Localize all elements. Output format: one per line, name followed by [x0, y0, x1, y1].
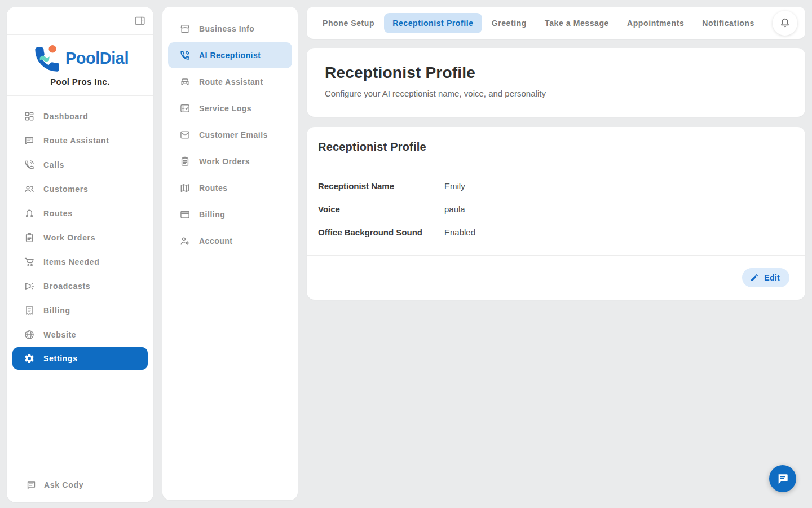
cart-icon	[24, 256, 35, 268]
sidebar-item-label: Route Assistant	[43, 136, 109, 145]
field-value: Enabled	[444, 227, 475, 237]
field-row-office-background-sound: Office Background Sound Enabled	[318, 221, 794, 244]
settings-nav-label: Route Assistant	[199, 77, 263, 86]
sidebar-item-label: Billing	[43, 306, 70, 315]
field-value: Emily	[444, 181, 465, 191]
chat-icon	[26, 480, 37, 491]
edit-button-label: Edit	[764, 273, 780, 282]
settings-nav-label: Customer Emails	[199, 130, 268, 139]
sidebar-item-items-needed[interactable]: Items Needed	[12, 249, 148, 274]
sidebar-item-label: Broadcasts	[43, 282, 90, 291]
company-name: Pool Pros Inc.	[7, 77, 153, 86]
globe-icon	[24, 329, 35, 340]
field-label: Receptionist Name	[318, 181, 444, 191]
tab-notifications[interactable]: Notifications	[694, 13, 763, 33]
field-value: paula	[444, 204, 465, 214]
storefront-icon	[179, 23, 191, 34]
chat-bubble-icon	[776, 472, 789, 485]
sidebar-item-label: Calls	[43, 160, 64, 169]
credit-card-icon	[179, 209, 191, 220]
main-sidebar: PoolDial Pool Pros Inc. Dashboard Route …	[7, 7, 153, 502]
phone-icon	[179, 50, 191, 61]
field-label: Voice	[318, 204, 444, 214]
clipboard-icon	[179, 156, 191, 167]
sidebar-item-label: Settings	[43, 354, 78, 363]
route-icon	[24, 208, 35, 219]
sidebar-item-route-assistant[interactable]: Route Assistant	[12, 128, 148, 152]
sidebar-item-label: Work Orders	[43, 233, 95, 242]
ask-cody-button[interactable]: Ask Cody	[7, 467, 153, 502]
settings-nav-label: Account	[199, 237, 233, 246]
sidebar-item-settings[interactable]: Settings	[12, 347, 148, 370]
field-label: Office Background Sound	[318, 227, 444, 237]
sidebar-item-work-orders[interactable]: Work Orders	[12, 225, 148, 249]
panel-collapse-icon[interactable]	[134, 15, 146, 27]
settings-nav-route-assistant[interactable]: Route Assistant	[168, 69, 292, 95]
field-row-voice: Voice paula	[318, 198, 794, 221]
settings-nav-service-logs[interactable]: Service Logs	[168, 95, 292, 121]
sidebar-item-label: Website	[43, 330, 76, 339]
megaphone-icon	[24, 281, 35, 292]
account-gear-icon	[179, 235, 191, 247]
pooldial-phone-logo-icon	[32, 43, 62, 73]
settings-nav-label: Business Info	[199, 24, 254, 33]
field-row-receptionist-name: Receptionist Name Emily	[318, 174, 794, 198]
sidebar-nav: Dashboard Route Assistant Calls Customer…	[7, 96, 153, 371]
sidebar-item-label: Dashboard	[43, 112, 88, 121]
tab-bar: Phone Setup Receptionist Profile Greetin…	[307, 7, 805, 39]
settings-nav-routes[interactable]: Routes	[168, 175, 292, 201]
notifications-bell-button[interactable]	[773, 11, 797, 36]
settings-nav-label: Billing	[199, 210, 225, 219]
chat-icon	[24, 135, 35, 146]
ask-cody-label: Ask Cody	[44, 480, 83, 489]
sidebar-item-label: Routes	[43, 209, 73, 218]
settings-nav-account[interactable]: Account	[168, 228, 292, 254]
page-intro-card: Receptionist Profile Configure your AI r…	[307, 48, 805, 117]
settings-nav-business-info[interactable]: Business Info	[168, 16, 292, 42]
sidebar-item-website[interactable]: Website	[12, 322, 148, 347]
settings-nav-ai-receptionist[interactable]: AI Receptionist	[168, 42, 292, 68]
service-logs-icon	[179, 103, 191, 114]
chat-fab-button[interactable]	[769, 465, 796, 492]
receptionist-profile-card: Receptionist Profile Receptionist Name E…	[307, 127, 805, 300]
edit-button[interactable]: Edit	[742, 268, 789, 287]
logo-text: PoolDial	[65, 49, 129, 68]
sidebar-header	[7, 7, 153, 35]
sidebar-item-broadcasts[interactable]: Broadcasts	[12, 274, 148, 298]
tab-receptionist-profile[interactable]: Receptionist Profile	[384, 13, 482, 33]
tab-greeting[interactable]: Greeting	[483, 13, 535, 33]
tab-appointments[interactable]: Appointments	[619, 13, 692, 33]
settings-nav-label: Routes	[199, 183, 227, 192]
settings-nav-label: AI Receptionist	[199, 51, 261, 60]
sidebar-item-billing[interactable]: Billing	[12, 298, 148, 322]
bell-icon	[779, 17, 791, 29]
mail-icon	[179, 129, 191, 141]
sidebar-item-customers[interactable]: Customers	[12, 177, 148, 201]
sidebar-item-label: Customers	[43, 185, 88, 194]
profile-card-footer: Edit	[307, 255, 805, 300]
settings-nav-billing[interactable]: Billing	[168, 202, 292, 227]
people-icon	[24, 183, 35, 195]
sidebar-item-dashboard[interactable]: Dashboard	[12, 104, 148, 128]
sidebar-item-routes[interactable]: Routes	[12, 201, 148, 225]
car-icon	[179, 76, 191, 87]
sidebar-item-calls[interactable]: Calls	[12, 152, 148, 177]
dashboard-icon	[24, 111, 35, 122]
profile-card-body: Receptionist Name Emily Voice paula Offi…	[307, 163, 805, 255]
settings-nav-customer-emails[interactable]: Customer Emails	[168, 122, 292, 148]
page-title: Receptionist Profile	[325, 64, 787, 82]
sidebar-item-label: Items Needed	[43, 257, 99, 266]
clipboard-icon	[24, 232, 35, 243]
page-subtitle: Configure your AI receptionist name, voi…	[325, 89, 787, 98]
brand-block: PoolDial Pool Pros Inc.	[7, 35, 153, 96]
gear-icon	[24, 353, 35, 364]
phone-icon	[24, 159, 35, 170]
receipt-icon	[24, 305, 35, 316]
tab-phone-setup[interactable]: Phone Setup	[314, 13, 383, 33]
pooldial-logo: PoolDial	[7, 43, 153, 73]
settings-sidebar: Business Info AI Receptionist Route Assi…	[162, 7, 298, 500]
settings-nav-label: Work Orders	[199, 157, 250, 166]
settings-nav-work-orders[interactable]: Work Orders	[168, 148, 292, 174]
tab-take-a-message[interactable]: Take a Message	[536, 13, 617, 33]
settings-nav-label: Service Logs	[199, 104, 251, 113]
